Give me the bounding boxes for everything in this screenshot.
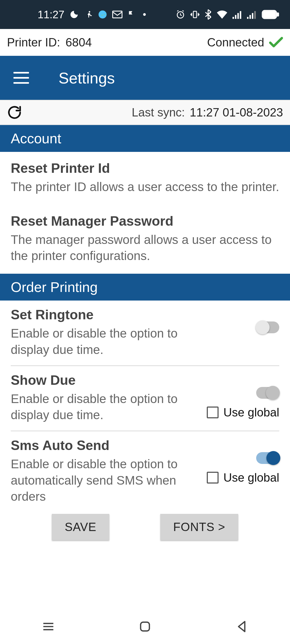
- svg-rect-11: [249, 15, 251, 19]
- sync-row: Last sync: 11:27 01-08-2023: [0, 100, 290, 125]
- battery-icon: [262, 10, 279, 19]
- svg-rect-10: [247, 17, 248, 19]
- wifi-icon: [216, 10, 228, 19]
- setting-reset-manager-password[interactable]: Reset Manager Password The manager passw…: [0, 205, 290, 274]
- use-global-label: Use global: [223, 406, 279, 419]
- setting-title: Show Due: [11, 372, 183, 388]
- nav-recent-icon[interactable]: [41, 619, 56, 634]
- check-icon: [269, 34, 283, 51]
- svg-rect-2: [113, 11, 122, 18]
- setting-desc: The manager password allows a user acces…: [11, 232, 279, 264]
- running-icon: [84, 10, 93, 19]
- setting-title: Set Ringtone: [11, 307, 183, 323]
- svg-point-3: [143, 13, 146, 16]
- svg-rect-8: [237, 13, 239, 19]
- svg-rect-7: [235, 15, 236, 19]
- menu-icon[interactable]: [13, 72, 29, 84]
- use-global-label: Use global: [223, 471, 279, 484]
- globe-icon: [98, 10, 107, 19]
- show-due-toggle[interactable]: [256, 387, 279, 399]
- setting-desc: Enable or disable the option to display …: [11, 391, 183, 423]
- setting-desc: Enable or disable the option to automati…: [11, 456, 183, 505]
- gmail-icon: [112, 10, 122, 19]
- svg-rect-12: [252, 13, 253, 19]
- setting-title: Reset Printer Id: [11, 160, 279, 176]
- app-toolbar: Settings: [0, 56, 290, 100]
- show-due-use-global-checkbox[interactable]: [207, 407, 219, 418]
- alarm-icon: [176, 10, 185, 19]
- svg-rect-5: [193, 11, 197, 18]
- nav-home-icon[interactable]: [137, 619, 153, 634]
- setting-title: Reset Manager Password: [11, 213, 279, 229]
- svg-rect-9: [240, 11, 241, 19]
- setting-title: Sms Auto Send: [11, 438, 183, 453]
- svg-point-0: [89, 11, 90, 13]
- save-button[interactable]: SAVE: [52, 514, 109, 540]
- navigation-bar: [0, 609, 290, 644]
- ringtone-toggle[interactable]: [256, 321, 279, 333]
- svg-rect-15: [263, 12, 276, 18]
- dot-icon: [143, 13, 146, 16]
- svg-rect-16: [277, 13, 279, 16]
- last-sync-label: Last sync:: [132, 106, 185, 119]
- svg-rect-20: [141, 622, 150, 631]
- section-header-account: Account: [0, 125, 290, 152]
- setting-reset-printer-id[interactable]: Reset Printer Id The printer ID allows a…: [0, 152, 290, 205]
- page-title: Settings: [59, 69, 115, 87]
- fonts-button[interactable]: FONTS >: [160, 514, 238, 540]
- printer-id-label: Printer ID:: [7, 36, 60, 49]
- setting-show-due[interactable]: Show Due Enable or disable the option to…: [0, 366, 290, 431]
- sms-use-global-checkbox[interactable]: [207, 472, 219, 484]
- signal-2-icon: [247, 10, 257, 19]
- status-time: 11:27: [38, 9, 64, 21]
- connection-status: Connected: [207, 36, 264, 49]
- status-bar: 11:27: [0, 0, 290, 29]
- setting-desc: The printer ID allows a user access to t…: [11, 179, 279, 195]
- refresh-icon[interactable]: [7, 105, 22, 120]
- setting-desc: Enable or disable the option to display …: [11, 325, 183, 358]
- signal-1-icon: [233, 10, 242, 19]
- last-sync-value: 11:27 01-08-2023: [190, 106, 283, 119]
- setting-sms-auto-send[interactable]: Sms Auto Send Enable or disable the opti…: [0, 431, 290, 512]
- section-header-order-printing: Order Printing: [0, 274, 290, 301]
- setting-set-ringtone[interactable]: Set Ringtone Enable or disable the optio…: [0, 301, 290, 365]
- sms-auto-toggle[interactable]: [256, 452, 279, 464]
- button-row: SAVE FONTS >: [0, 514, 290, 540]
- nav-back-icon[interactable]: [234, 619, 249, 634]
- moon-icon: [69, 10, 79, 19]
- svg-rect-13: [254, 11, 256, 19]
- printer-status-row: Printer ID: 6804 Connected: [0, 29, 290, 56]
- bluetooth-icon: [205, 9, 212, 20]
- svg-rect-6: [233, 17, 234, 19]
- printer-id-value: 6804: [66, 36, 92, 49]
- flag-icon: [127, 10, 135, 19]
- vibrate-icon: [190, 10, 200, 19]
